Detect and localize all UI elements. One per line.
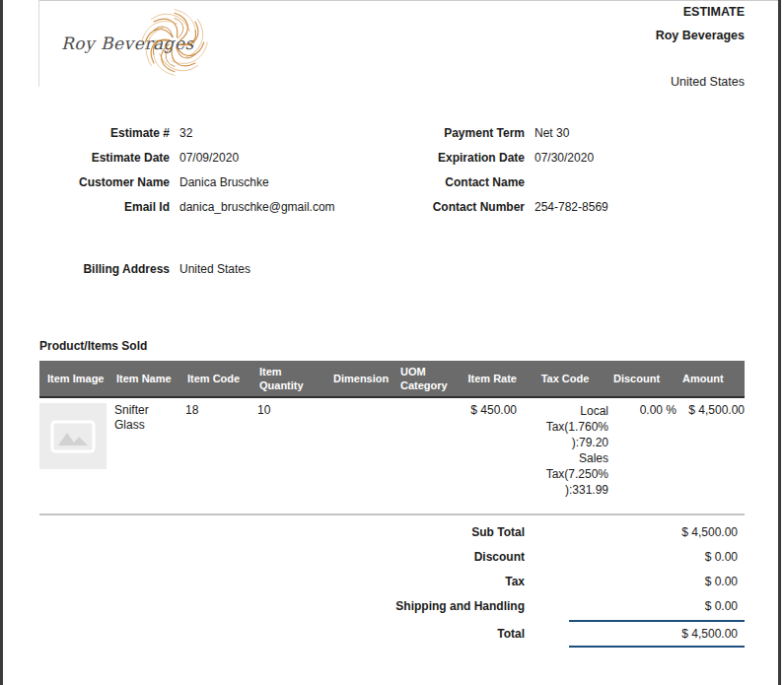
item-uom-category: [392, 403, 454, 514]
item-discount: 0.00 %: [609, 403, 678, 514]
field-label: Payment Term: [414, 126, 525, 140]
tax-line: Local: [523, 403, 608, 419]
field-label: Estimate Date: [39, 151, 170, 165]
subtotal-row: Sub Total $ 4,500.00: [39, 519, 745, 544]
field-contact-name: Contact Name: [414, 170, 608, 194]
field-label: Billing Address: [39, 262, 170, 276]
total-value: $ 0.00: [569, 550, 745, 564]
total-value: $ 0.00: [569, 599, 745, 613]
table-row: Snifter Glass 18 10 $ 450.00 Local Tax(1…: [39, 398, 745, 514]
total-value: $ 4,500.00: [569, 620, 745, 648]
grand-total-row: Total $ 4,500.00: [39, 620, 745, 648]
item-code: 18: [179, 403, 251, 514]
field-value: Net 30: [535, 126, 569, 140]
tax-line: Tax(1.760%: [523, 419, 608, 435]
field-label: Contact Name: [414, 175, 525, 189]
col-item-image: Item Image: [39, 368, 108, 389]
total-label: Total: [39, 627, 525, 641]
item-name: Snifter Glass: [108, 403, 179, 514]
page-top-rule: [39, 0, 778, 1]
col-item-quantity: Item Quantity: [251, 361, 325, 396]
total-value: $ 0.00: [569, 575, 745, 588]
total-label: Discount: [39, 550, 525, 564]
item-dimension: [325, 403, 392, 514]
field-value: danica_bruschke@gmail.com: [179, 200, 335, 214]
col-item-code: Item Code: [179, 368, 251, 389]
col-item-rate: Item Rate: [454, 368, 521, 389]
field-value: 32: [179, 126, 192, 140]
estimate-details-right: Payment Term Net 30 Expiration Date 07/3…: [414, 120, 608, 219]
field-value: 254-782-8569: [535, 200, 608, 214]
field-label: Customer Name: [39, 175, 170, 189]
field-label: Expiration Date: [414, 151, 525, 165]
viewer-right-edge: [778, 0, 781, 685]
field-contact-number: Contact Number 254-782-8569: [414, 194, 608, 219]
image-placeholder-icon: [50, 420, 96, 453]
total-value: $ 4,500.00: [569, 525, 745, 539]
tax-line: Sales: [523, 450, 608, 466]
tax-line: Tax(7.250%: [523, 466, 608, 482]
col-uom-category: UOM Category: [392, 361, 454, 396]
field-email-id: Email Id danica_bruschke@gmail.com: [39, 194, 335, 219]
company-name: Roy Beverages: [656, 29, 745, 42]
tax-row: Tax $ 0.00: [39, 569, 745, 593]
col-dimension: Dimension: [325, 368, 392, 389]
field-value: United States: [179, 262, 250, 276]
tax-line: ):331.99: [523, 482, 608, 498]
field-billing-address: Billing Address United States: [39, 256, 250, 281]
col-tax-code: Tax Code: [521, 368, 609, 389]
field-label: Estimate #: [39, 126, 170, 140]
items-section-title: Product/Items Sold: [39, 339, 147, 353]
document-title: ESTIMATE: [656, 5, 745, 19]
item-amount: $ 4,500.00: [678, 403, 745, 514]
field-estimate-date: Estimate Date 07/09/2020: [39, 145, 335, 170]
viewer-left-edge: [0, 0, 3, 685]
total-label: Shipping and Handling: [39, 599, 525, 613]
item-rate: $ 450.00: [454, 403, 521, 514]
field-value: 07/30/2020: [535, 151, 594, 165]
items-table-header: Item Image Item Name Item Code Item Quan…: [39, 361, 745, 398]
field-expiration-date: Expiration Date 07/30/2020: [414, 145, 608, 170]
tax-line: ):79.20: [523, 435, 608, 450]
col-discount: Discount: [609, 368, 678, 389]
swirl-logo-icon: [139, 5, 210, 80]
col-item-name: Item Name: [108, 368, 179, 389]
field-estimate-number: Estimate # 32: [39, 120, 335, 145]
field-customer-name: Customer Name Danica Bruschke: [39, 170, 335, 194]
item-quantity: 10: [251, 403, 325, 514]
company-country: United States: [656, 75, 745, 89]
item-image-cell: [39, 403, 108, 514]
totals-section: Sub Total $ 4,500.00 Discount $ 0.00 Tax…: [39, 514, 745, 648]
shipping-row: Shipping and Handling $ 0.00: [39, 593, 745, 618]
item-image-placeholder: [39, 403, 107, 469]
item-tax-code: Local Tax(1.760% ):79.20 Sales Tax(7.250…: [521, 403, 609, 514]
total-label: Sub Total: [39, 525, 525, 539]
discount-row: Discount $ 0.00: [39, 544, 745, 569]
items-table: Item Image Item Name Item Code Item Quan…: [39, 361, 745, 514]
field-payment-term: Payment Term Net 30: [414, 120, 608, 145]
field-value: Danica Bruschke: [179, 175, 269, 189]
col-amount: Amount: [678, 368, 745, 389]
field-value: 07/09/2020: [179, 151, 239, 165]
page-left-rule: [38, 0, 39, 87]
estimate-document: Roy Beverages: [0, 0, 784, 685]
total-label: Tax: [39, 575, 525, 588]
estimate-details-left: Estimate # 32 Estimate Date 07/09/2020 C…: [39, 120, 335, 219]
field-label: Contact Number: [414, 200, 525, 214]
field-label: Email Id: [39, 200, 170, 214]
